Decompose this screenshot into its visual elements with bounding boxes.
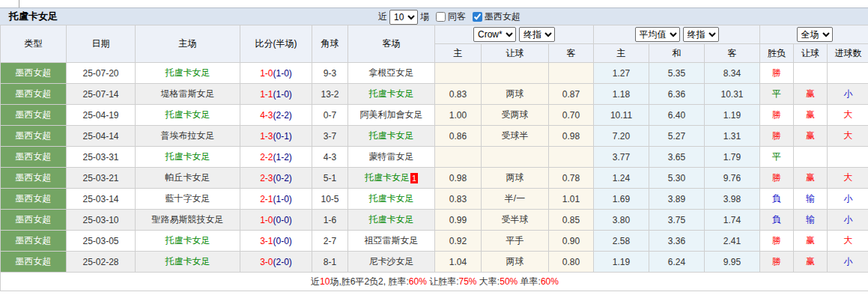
avg-home-cell: 1.19 [594,252,649,273]
match-row: 墨西女超25-07-14堤格雷斯女足1-1(1-0)13-2托盧卡女足0.83两… [1,84,868,105]
avg-home-cell: 10.11 [594,105,649,126]
away-odds-cell: 0.98 [549,126,594,147]
highlighted-team: 托盧卡女足 [369,193,414,204]
odds-stage-select-2[interactable]: 终指 [683,27,719,42]
date-cell: 25-02-28 [67,252,136,273]
goals-result-cell: 大 [828,126,868,147]
full-score: 1-0 [260,68,273,79]
match-row: 墨西女超25-03-05托盧卡女足3-1(0-0)2-7祖亞雷斯女足0.92平手… [1,231,868,252]
handicap-cell: 受球半 [482,126,549,147]
avg-away-cell: 1.79 [705,147,760,168]
league-cell: 墨西女超 [1,126,67,147]
same-venue-label: 同客 [448,10,466,23]
recent-count-select[interactable]: 10 [389,10,418,25]
highlighted-team: 托盧卡女足 [166,235,210,246]
highlighted-team: 托盧卡女足 [369,88,414,99]
highlighted-team: 托盧卡女足 [369,130,414,141]
avg-away-cell: 1.19 [705,105,760,126]
match-row: 墨西女超25-03-10聖路易斯競技女足1-0(0-0)1-6托盧卡女足0.99… [1,210,868,231]
goals-result-cell: 大 [828,231,868,252]
handicap-cell: 两球 [482,84,549,105]
corner-cell: 8-1 [312,252,348,273]
goals-result-cell [828,63,868,84]
avg-draw-cell: 3.65 [649,147,705,168]
period-select[interactable]: 全场 [797,27,833,42]
half-score: (1-2) [273,152,292,162]
avg-home-cell: 2.58 [594,231,649,252]
home-team-cell: 聖路易斯競技女足 [136,210,240,231]
half-score: (0-0) [273,236,292,246]
half-score: (0-0) [273,215,292,225]
away-odds-cell: 0.90 [549,231,594,252]
highlighted-team: 托盧卡女足 [166,256,210,267]
avg-home-cell: 3.80 [594,210,649,231]
league-filter-checkbox[interactable] [473,12,482,22]
away-odds-cell: 1.01 [549,189,594,210]
date-cell: 25-04-14 [67,126,136,147]
handicap-cell [482,147,549,168]
home-odds-cell: 0.98 [435,168,482,189]
half-score: (0-2) [273,173,292,183]
odds-stage-select-1[interactable]: 终指 [519,27,555,42]
avg-draw-cell: 6.24 [649,252,705,273]
away-team-cell: 托盧卡女足 [348,126,435,147]
avg-draw-cell: 5.35 [649,63,705,84]
away-odds-cell [549,147,594,168]
away-odds-cell [549,63,594,84]
avg-select[interactable]: 平均值 [635,27,680,42]
col-avg-away: 客 [705,44,760,63]
match-row: 墨西女超25-07-20托盧卡女足1-0(1-0)9-3拿根亞女足1.275.3… [1,63,868,84]
avg-away-cell: 10.31 [705,84,760,105]
league-cell: 墨西女超 [1,168,67,189]
match-table-body: 墨西女超25-07-20托盧卡女足1-0(1-0)9-3拿根亞女足1.275.3… [1,63,868,273]
highlighted-team: 托盧卡女足 [166,67,210,78]
filter-controls: 近 10 場 同客 墨西女超 [378,8,521,25]
goals-result-cell: 小 [828,84,868,105]
handicap-result-cell [794,63,828,84]
same-venue-checkbox[interactable] [436,12,446,22]
col-date: 日期 [67,25,136,63]
avg-draw-cell: 3.75 [649,210,705,231]
col-type: 类型 [1,25,67,63]
home-team-cell: 托盧卡女足 [136,105,240,126]
col-odds-away: 客 [549,44,594,63]
date-cell: 25-07-20 [67,63,136,84]
handicap-cell: 受半球 [482,210,549,231]
half-score: (2-0) [273,257,292,267]
col-result: 胜负 [760,44,794,63]
away-team-cell: 托盧卡女足 [348,189,435,210]
score-cell: 2-2(1-2) [240,147,312,168]
league-cell: 墨西女超 [1,210,67,231]
col-handicap: 让球 [482,44,549,63]
match-row: 墨西女超25-04-14普埃布拉女足1-3(0-1)3-7托盧卡女足0.86受球… [1,126,868,147]
odds-group-header: Crow* 终指 [435,25,594,44]
col-away: 客场 [348,25,435,63]
score-cell: 4-3(2-2) [240,105,312,126]
avg-group-header: 平均值 终指 [594,25,760,44]
avg-away-cell: 9.76 [705,168,760,189]
date-cell: 25-03-10 [67,210,136,231]
away-team-cell: 蒙特雷女足 [348,147,435,168]
team-stats-panel: 托盧卡女足 近 10 場 同客 墨西女超 类型 日期 主场 比分(半 [0,0,868,291]
league-cell: 墨西女超 [1,189,67,210]
league-filter-label: 墨西女超 [485,10,521,23]
home-team-cell: 堤格雷斯女足 [136,84,240,105]
home-odds-cell: 0.83 [435,84,482,105]
summary-segment: 让胜率: [427,276,459,287]
avg-home-cell: 3.77 [594,147,649,168]
summary-segment: 60% [409,276,427,287]
handicap-result-cell: 赢 [794,168,828,189]
avg-home-cell: 7.20 [594,126,649,147]
highlighted-team: 托盧卡女足 [365,172,410,183]
title-bar: 托盧卡女足 近 10 場 同客 墨西女超 [0,7,868,25]
corner-cell: 2-7 [312,231,348,252]
rank-badge: 1 [410,173,418,183]
league-cell: 墨西女超 [1,147,67,168]
table-header: 类型 日期 主场 比分(半场) 角球 客场 Crow* 终指 平均值 [1,25,868,63]
handicap-cell: 两球 [482,168,549,189]
summary-segment: 50% [500,276,518,287]
team-title: 托盧卡女足 [0,10,58,23]
bookmaker-select[interactable]: Crow* [473,27,516,42]
full-score: 1-1 [260,89,273,100]
home-odds-cell: 0.83 [435,189,482,210]
